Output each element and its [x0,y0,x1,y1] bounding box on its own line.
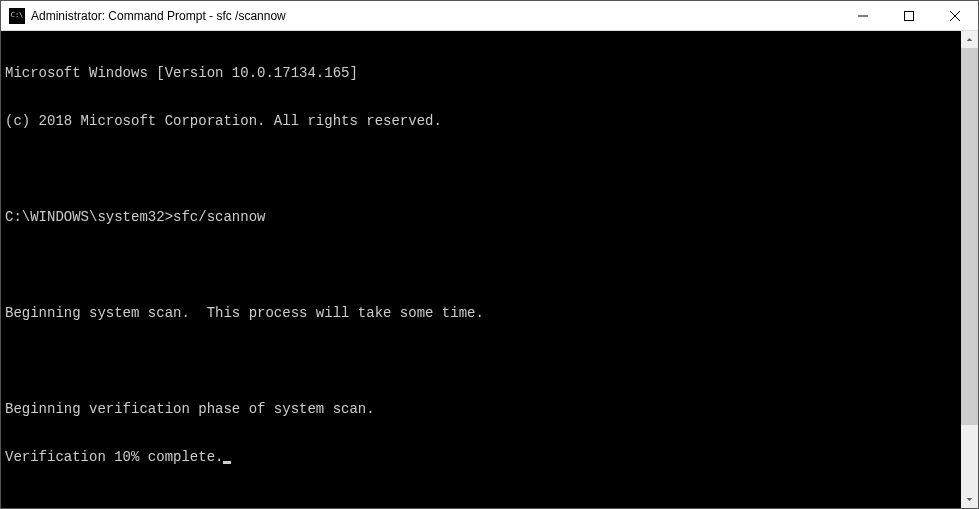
output-blank [5,161,957,177]
output-line-begin-verify: Beginning verification phase of system s… [5,401,957,417]
close-button[interactable] [932,1,978,30]
chevron-down-icon [966,496,973,503]
command-prompt-window: Administrator: Command Prompt - sfc /sca… [0,0,979,509]
output-blank [5,257,957,273]
output-line-progress: Verification 10% complete. [5,449,957,465]
scrollbar-thumb[interactable] [961,48,978,425]
maximize-button[interactable] [886,1,932,30]
progress-text: Verification 10% complete. [5,449,223,465]
window-controls [840,1,978,30]
close-icon [950,11,960,21]
scroll-down-button[interactable] [961,491,978,508]
client-area: Microsoft Windows [Version 10.0.17134.16… [1,31,978,508]
cmd-icon [9,8,25,24]
titlebar[interactable]: Administrator: Command Prompt - sfc /sca… [1,1,978,31]
prompt-line: C:\WINDOWS\system32>sfc/scannow [5,209,957,225]
window-title: Administrator: Command Prompt - sfc /sca… [31,9,840,23]
prompt: C:\WINDOWS\system32> [5,209,173,225]
svg-rect-1 [905,11,914,20]
output-line-begin-scan: Beginning system scan. This process will… [5,305,957,321]
terminal-output[interactable]: Microsoft Windows [Version 10.0.17134.16… [1,31,961,508]
minimize-icon [858,11,868,21]
maximize-icon [904,11,914,21]
cursor [223,461,231,464]
vertical-scrollbar[interactable] [961,31,978,508]
scroll-up-button[interactable] [961,31,978,48]
command-text: sfc/scannow [173,209,265,225]
chevron-up-icon [966,36,973,43]
output-line-copyright: (c) 2018 Microsoft Corporation. All righ… [5,113,957,129]
minimize-button[interactable] [840,1,886,30]
scrollbar-track[interactable] [961,48,978,491]
output-line-version: Microsoft Windows [Version 10.0.17134.16… [5,65,957,81]
output-blank [5,353,957,369]
